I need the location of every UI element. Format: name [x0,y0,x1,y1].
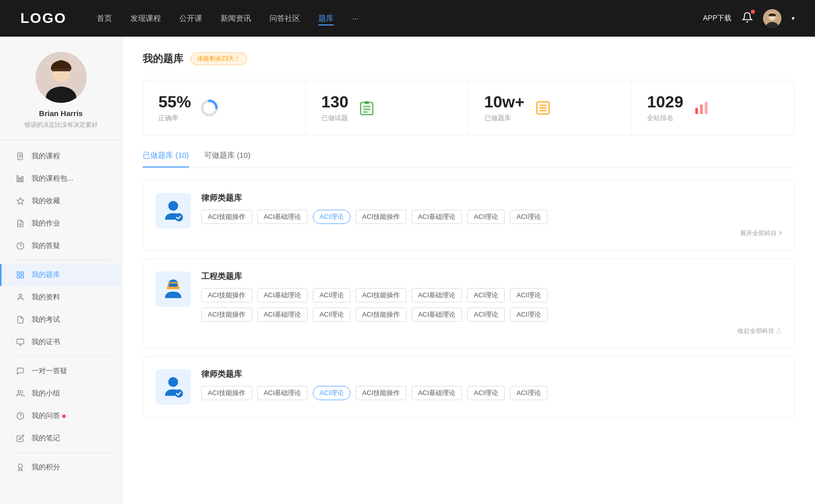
tag-1-1[interactable]: ACI基础理论 [257,288,308,302]
sidebar-item-my-points[interactable]: 我的积分 [0,456,122,479]
sidebar-item-question-bank[interactable]: 我的题库 [0,264,122,286]
sidebar-item-my-info[interactable]: 我的资料 [0,286,122,309]
tag-1-6[interactable]: ACI理论 [510,288,548,302]
group-icon [15,388,25,399]
tag-0-5[interactable]: ACI理论 [467,210,505,224]
tag-1-8[interactable]: ACI基础理论 [257,307,308,322]
user-dropdown-arrow[interactable]: ▾ [792,15,795,22]
stat-done-text: 130 已做试题 [321,93,348,123]
tag-2-5[interactable]: ACI理论 [467,386,505,400]
sidebar-item-my-group[interactable]: 我的小组 [0,382,122,405]
stat-done-banks: 10w+ 已做题库 [469,80,632,135]
svg-point-22 [19,294,21,297]
nav-item-discover[interactable]: 发现课程 [130,14,161,23]
tag-1-7[interactable]: ACI技能操作 [201,307,252,322]
tabs-row: 已做题库 (10) 可做题库 (10) [143,151,795,168]
grid-icon [15,270,25,280]
tag-2-0[interactable]: ACI技能操作 [201,386,252,400]
sidebar-item-my-questions[interactable]: 我的问答 [0,405,122,427]
tag-1-10[interactable]: ACI技能操作 [356,307,406,322]
user-avatar-nav[interactable] [763,9,781,27]
sidebar-label-favorites: 我的收藏 [32,197,60,206]
collapse-link-1[interactable]: 收起全部科目 △ [201,327,782,335]
expand-link-0[interactable]: 展开全部科目 > [201,229,782,238]
notification-dot [751,10,755,14]
divider-1 [10,260,112,261]
nav-item-home[interactable]: 首页 [97,14,112,23]
bank-icon-lawyer-0 [155,193,191,229]
bank-icon-lawyer-2 [155,369,191,405]
stat-banks-text: 10w+ 已做题库 [484,93,525,123]
tag-1-11[interactable]: ACI基础理论 [412,307,463,322]
user-motto: 错误的决定比没有决定要好 [14,121,108,129]
divider-2 [10,356,112,357]
nav-item-more[interactable]: ··· [352,14,359,23]
tag-0-2[interactable]: ACI理论 [313,210,350,224]
svg-marker-13 [17,198,23,204]
tag-1-12[interactable]: ACI理论 [467,307,505,322]
bank-card-2: 律师类题库 ACI技能操作 ACI基础理论 ACI理论 ACI技能操作 ACI基… [143,356,795,418]
tag-0-3[interactable]: ACI技能操作 [356,210,406,224]
list-icon [533,98,553,118]
sidebar-item-course-pack[interactable]: 我的课程包... [0,167,122,190]
sidebar-item-one-on-one[interactable]: 一对一答疑 [0,360,122,382]
app-download-btn[interactable]: APP下载 [703,14,731,23]
nav-item-news[interactable]: 新闻资讯 [221,14,251,23]
tag-1-3[interactable]: ACI技能操作 [356,288,406,302]
tag-0-4[interactable]: ACI基础理论 [412,210,463,224]
nav-item-qa[interactable]: 问答社区 [269,14,300,23]
navbar-right: APP下载 ▾ [703,9,795,27]
tag-0-6[interactable]: ACI理论 [510,210,548,224]
tag-1-0[interactable]: ACI技能操作 [201,288,252,302]
tags-row-0: ACI技能操作 ACI基础理论 ACI理论 ACI技能操作 ACI基础理论 AC… [201,210,782,224]
clipboard-icon [357,98,377,118]
questions-dot [62,414,66,418]
tag-1-13[interactable]: ACI理论 [510,307,548,322]
svg-rect-30 [361,102,373,115]
tag-1-4[interactable]: ACI基础理论 [412,288,463,302]
tag-2-6[interactable]: ACI理论 [510,386,548,400]
page-wrapper: Brian Harris 错误的决定比没有决定要好 我的课程 我的课程包... [0,37,815,504]
tag-0-0[interactable]: ACI技能操作 [201,210,252,224]
tab-done-banks[interactable]: 已做题库 (10) [143,151,189,167]
sidebar-label-cert: 我的证书 [32,338,60,347]
bar-chart-icon [691,98,712,118]
tag-1-9[interactable]: ACI理论 [313,307,350,322]
svg-rect-10 [17,176,18,182]
bank-icon-engineer-1 [155,271,191,307]
sidebar-label-course-pack: 我的课程包... [32,174,73,183]
stat-ranking-value: 1029 [647,93,683,111]
tag-2-4[interactable]: ACI基础理论 [412,386,463,400]
sidebar-item-favorites[interactable]: 我的收藏 [0,190,122,212]
tag-2-2[interactable]: ACI理论 [313,386,350,400]
sidebar-label-my-questions: 我的问答 [32,411,60,421]
tag-2-3[interactable]: ACI技能操作 [356,386,406,400]
sidebar-label-my-group: 我的小组 [32,389,60,398]
tag-1-5[interactable]: ACI理论 [467,288,505,302]
navbar: LOGO 首页 发现课程 公开课 新闻资讯 问答社区 题库 ··· APP下载 … [0,0,815,37]
stat-accuracy: 55% 正确率 [143,80,306,135]
sidebar-item-my-qa[interactable]: 我的答疑 [0,235,122,257]
bank-title-2: 律师类题库 [201,369,782,380]
svg-point-45 [168,377,178,387]
tag-0-1[interactable]: ACI基础理论 [257,210,308,224]
sidebar-item-cert[interactable]: 我的证书 [0,331,122,353]
stat-banks-label: 已做题库 [484,114,525,123]
nav-item-bank[interactable]: 题库 [318,14,334,23]
sidebar-item-my-notes[interactable]: 我的笔记 [0,427,122,450]
user-avatar [36,52,87,103]
sidebar-item-homework[interactable]: 我的作业 [0,212,122,235]
bank-card-content-2: 律师类题库 ACI技能操作 ACI基础理论 ACI理论 ACI技能操作 ACI基… [201,369,782,405]
trial-badge: 体验剩余23天！ [191,52,247,65]
sidebar-item-my-exam[interactable]: 我的考试 [0,309,122,331]
tag-1-2[interactable]: ACI理论 [313,288,350,302]
svg-rect-20 [17,275,20,278]
sidebar-item-my-courses[interactable]: 我的课程 [0,145,122,167]
tab-available-banks[interactable]: 可做题库 (10) [204,151,251,167]
bank-card-0: 律师类题库 ACI技能操作 ACI基础理论 ACI理论 ACI技能操作 ACI基… [143,180,795,250]
stat-done-label: 已做试题 [321,114,348,123]
nav-item-open[interactable]: 公开课 [179,14,202,23]
logo[interactable]: LOGO [20,10,66,26]
tag-2-1[interactable]: ACI基础理论 [257,386,308,400]
notification-bell[interactable] [742,12,753,25]
